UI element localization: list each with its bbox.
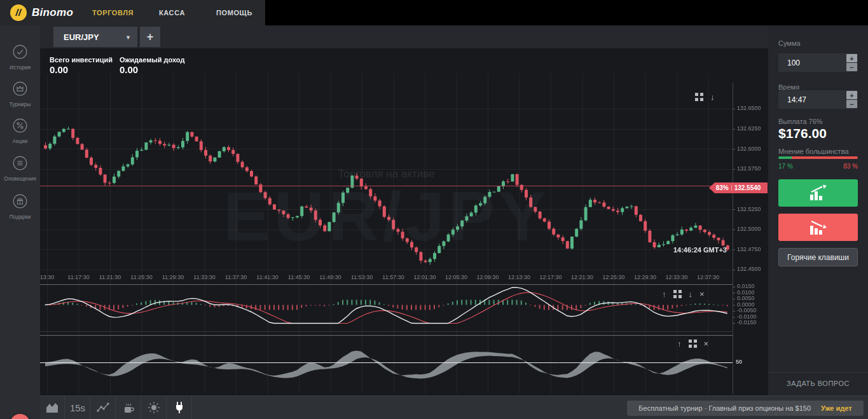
amount-decrease-button[interactable]: − [846,63,857,71]
price-tag-divider [731,185,732,191]
sidebar-item-label: Оповещения [0,175,40,182]
sidebar-item-notifications[interactable]: Оповещения [0,155,40,182]
line-chart-icon [97,402,110,413]
time-increase-button[interactable]: + [846,91,857,99]
chart-timestamp: 14:46:24 GMT+3 [610,246,727,254]
majority-up-segment [778,156,792,159]
trade-panel: Сумма 100 + − Время 14:47 + − Выплата 76… [768,25,868,395]
expected-income-value: 0.00 [120,64,184,75]
top-bar-left: Binomo ТОРГОВЛЯ КАССА ПОМОЩЬ [0,0,265,25]
sidebar-item-label: Турниры [0,101,40,107]
majority-down-segment [792,156,858,159]
notifications-list-icon [11,155,29,172]
nav-help[interactable]: ПОМОЩЬ [216,9,252,17]
brand-name: Binomo [32,6,73,19]
binomo-logo-icon [10,4,27,21]
interval-button[interactable]: 15s [65,396,90,419]
total-invested-label: Всего инвестиций [50,56,113,64]
history-check-icon [11,43,29,60]
chart-type-bars-button[interactable] [40,396,65,419]
ask-question-button[interactable]: ЗАДАТЬ ВОПРОС [768,380,868,387]
plug-icon [174,401,184,414]
bottom-toolbar: 15s [40,395,868,419]
time-decrease-button[interactable]: − [846,100,857,108]
time-stepper: + − [846,91,857,108]
hotkeys-button[interactable]: Горячие клавиши [778,248,858,266]
brightness-button[interactable] [142,396,167,419]
indicator1-close-icon[interactable]: × [699,290,705,298]
sun-icon [148,401,160,414]
sidebar-item-label: История [0,64,40,71]
binomo-logo[interactable]: Binomo [10,4,73,21]
time-value: 14:47 [787,95,806,104]
chart-down-icon [807,219,830,237]
payout-label: Выплата 76% [778,118,823,125]
chart-type-line-button[interactable] [91,396,116,419]
indicator1-expand-icon[interactable] [673,290,682,298]
time-input[interactable]: 14:47 + − [778,90,858,109]
nav-trading[interactable]: ТОРГОВЛЯ [92,9,134,17]
indicator2-controls: ↑ × [677,340,708,348]
majority-up-percent: 17 % [778,163,793,170]
add-asset-button[interactable]: + [140,27,160,47]
tournament-banner[interactable]: Бесплатный турнир · Главный приз опционы… [627,401,864,416]
asset-selector[interactable]: EUR/JPY ▾ [53,27,137,47]
expand-icon[interactable] [695,93,703,101]
amount-stepper: + − [846,54,857,71]
payout-value: $176.00 [778,126,827,141]
amount-increase-button[interactable]: + [846,54,857,62]
promotions-percent-icon [11,117,29,134]
sidebar-item-history[interactable]: История [0,43,40,71]
tournament-banner-text: Бесплатный турнир · Главный приз опционы… [638,404,811,412]
gifts-box-icon [11,193,29,210]
total-invested-stat: Всего инвестиций 0.00 [50,56,113,75]
nav-cashier[interactable]: КАССА [159,9,185,17]
tournament-banner-badge[interactable]: Уже идет [821,404,852,412]
sidebar-item-promotions[interactable]: Акции [0,117,40,144]
amount-input[interactable]: 100 + − [778,53,858,72]
indicator2-expand-icon[interactable] [689,340,697,348]
asset-selector-label: EUR/JPY [64,32,99,42]
bars-chart-icon [46,402,59,413]
price-tag-percent: 83% [716,184,729,191]
sidebar-item-tournaments[interactable]: Турниры [0,80,40,107]
sidebar-item-label: Подарки [0,214,40,220]
majority-opinion-bar [778,156,858,159]
plugin-button[interactable] [167,396,192,419]
chart-watermark-asset: EUR/JPY [40,175,733,256]
majority-label: Мнение большинства [778,148,849,155]
amount-value: 100 [787,58,800,67]
asset-tab-strip: EUR/JPY ▾ + [40,25,768,48]
majority-down-percent: 83 % [843,163,858,170]
indicator1-controls: ↑ ↓ × [662,290,705,298]
total-invested-value: 0.00 [50,64,113,75]
call-up-button[interactable] [778,179,858,207]
indicator1-move-up-icon[interactable]: ↑ [662,290,666,298]
price-tag-price: 132.5540 [734,184,761,191]
indicator1-move-down-icon[interactable]: ↓ [689,290,693,298]
put-down-button[interactable] [778,214,858,241]
top-bar: Binomo ТОРГОВЛЯ КАССА ПОМОЩЬ [0,0,868,25]
ask-question-section: ЗАДАТЬ ВОПРОС [768,372,868,387]
coffee-cup-icon [123,402,134,414]
support-chat-button[interactable] [10,414,30,419]
sidebar-item-gifts[interactable]: Подарки [0,193,40,220]
expected-income-label: Ожидаемый доход [120,56,184,64]
chart-controls: ↓ [695,93,715,101]
left-sidebar: История Турниры Акции Оповещения [0,25,40,419]
current-price-tag: 83% 132.5540 [709,182,768,193]
chart-up-icon [807,184,830,202]
sidebar-item-label: Акции [0,138,40,144]
chevron-down-icon: ▾ [127,34,130,41]
expected-income-stat: Ожидаемый доход 0.00 [120,56,184,75]
collapse-arrow-icon[interactable]: ↓ [710,93,715,101]
indicator2-close-icon[interactable]: × [704,340,709,348]
tournaments-crown-icon [11,80,29,97]
amount-label: Сумма [778,39,801,47]
indicator2-move-up-icon[interactable]: ↑ [677,340,682,348]
indicators-button[interactable] [116,396,141,419]
chart-region: Всего инвестиций 0.00 Ожидаемый доход 0.… [40,48,768,395]
